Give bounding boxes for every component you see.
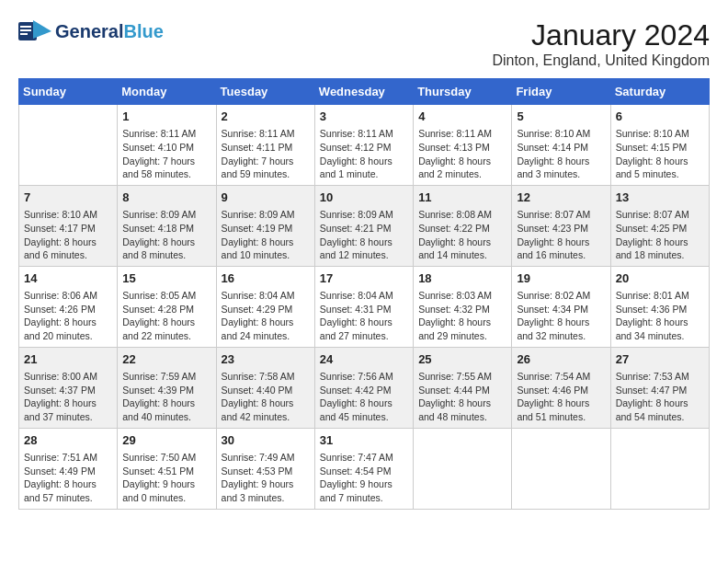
weekday-header-tuesday: Tuesday bbox=[216, 79, 314, 105]
day-number: 24 bbox=[320, 351, 408, 368]
day-info: Sunrise: 8:04 AMSunset: 4:29 PMDaylight:… bbox=[222, 289, 310, 343]
calendar-cell: 8Sunrise: 8:09 AMSunset: 4:18 PMDaylight… bbox=[118, 185, 216, 266]
day-number: 18 bbox=[418, 270, 506, 287]
day-info: Sunrise: 7:49 AMSunset: 4:53 PMDaylight:… bbox=[222, 451, 310, 505]
day-info: Sunrise: 7:55 AMSunset: 4:44 PMDaylight:… bbox=[418, 370, 506, 424]
calendar-week-row: 7Sunrise: 8:10 AMSunset: 4:17 PMDaylight… bbox=[19, 185, 710, 266]
calendar-cell: 13Sunrise: 8:07 AMSunset: 4:25 PMDayligh… bbox=[610, 185, 709, 266]
calendar-cell: 22Sunrise: 7:59 AMSunset: 4:39 PMDayligh… bbox=[118, 347, 216, 428]
calendar-cell: 21Sunrise: 8:00 AMSunset: 4:37 PMDayligh… bbox=[19, 347, 118, 428]
day-number: 20 bbox=[616, 270, 704, 287]
day-number: 2 bbox=[222, 109, 310, 125]
calendar-cell bbox=[610, 428, 709, 509]
calendar-cell: 7Sunrise: 8:10 AMSunset: 4:17 PMDaylight… bbox=[19, 185, 118, 266]
calendar-cell: 23Sunrise: 7:58 AMSunset: 4:40 PMDayligh… bbox=[216, 347, 314, 428]
day-info: Sunrise: 7:47 AMSunset: 4:54 PMDaylight:… bbox=[320, 451, 408, 505]
calendar-cell: 30Sunrise: 7:49 AMSunset: 4:53 PMDayligh… bbox=[216, 428, 314, 509]
day-number: 17 bbox=[320, 270, 408, 287]
day-number: 29 bbox=[122, 432, 210, 449]
weekday-header-saturday: Saturday bbox=[610, 79, 709, 105]
day-info: Sunrise: 8:08 AMSunset: 4:22 PMDaylight:… bbox=[418, 208, 506, 262]
day-info: Sunrise: 8:07 AMSunset: 4:25 PMDaylight:… bbox=[616, 208, 704, 262]
logo-text-main: General bbox=[55, 21, 123, 41]
day-info: Sunrise: 8:09 AMSunset: 4:19 PMDaylight:… bbox=[222, 208, 310, 262]
logo-icon bbox=[18, 18, 51, 44]
day-number: 11 bbox=[418, 190, 506, 206]
day-info: Sunrise: 8:04 AMSunset: 4:31 PMDaylight:… bbox=[320, 289, 408, 343]
calendar-cell: 4Sunrise: 8:11 AMSunset: 4:13 PMDaylight… bbox=[414, 105, 512, 186]
day-info: Sunrise: 7:59 AMSunset: 4:39 PMDaylight:… bbox=[122, 370, 210, 424]
day-info: Sunrise: 8:11 AMSunset: 4:13 PMDaylight:… bbox=[418, 127, 506, 181]
weekday-header-monday: Monday bbox=[118, 79, 216, 105]
calendar-week-row: 28Sunrise: 7:51 AMSunset: 4:49 PMDayligh… bbox=[19, 428, 710, 509]
day-info: Sunrise: 7:58 AMSunset: 4:40 PMDaylight:… bbox=[222, 370, 310, 424]
day-info: Sunrise: 8:11 AMSunset: 4:11 PMDaylight:… bbox=[222, 127, 310, 181]
calendar-cell: 25Sunrise: 7:55 AMSunset: 4:44 PMDayligh… bbox=[414, 347, 512, 428]
day-info: Sunrise: 7:53 AMSunset: 4:47 PMDaylight:… bbox=[616, 370, 704, 424]
day-number: 30 bbox=[222, 432, 310, 449]
svg-rect-4 bbox=[20, 33, 28, 35]
day-number: 13 bbox=[616, 190, 704, 206]
calendar-cell: 2Sunrise: 8:11 AMSunset: 4:11 PMDaylight… bbox=[216, 105, 314, 186]
calendar-cell: 29Sunrise: 7:50 AMSunset: 4:51 PMDayligh… bbox=[118, 428, 216, 509]
day-number: 21 bbox=[24, 351, 112, 368]
calendar-week-row: 14Sunrise: 8:06 AMSunset: 4:26 PMDayligh… bbox=[19, 266, 710, 347]
day-number: 28 bbox=[24, 432, 112, 449]
calendar-cell: 6Sunrise: 8:10 AMSunset: 4:15 PMDaylight… bbox=[610, 105, 709, 186]
day-info: Sunrise: 8:09 AMSunset: 4:18 PMDaylight:… bbox=[122, 208, 210, 262]
day-info: Sunrise: 7:51 AMSunset: 4:49 PMDaylight:… bbox=[24, 451, 112, 505]
day-number: 25 bbox=[418, 351, 506, 368]
calendar-cell: 3Sunrise: 8:11 AMSunset: 4:12 PMDaylight… bbox=[314, 105, 413, 186]
day-info: Sunrise: 8:02 AMSunset: 4:34 PMDaylight:… bbox=[517, 289, 605, 343]
weekday-header-sunday: Sunday bbox=[19, 79, 118, 105]
calendar-cell: 17Sunrise: 8:04 AMSunset: 4:31 PMDayligh… bbox=[314, 266, 413, 347]
logo: GeneralBlue bbox=[18, 18, 164, 44]
day-number: 22 bbox=[122, 351, 210, 368]
page-header: GeneralBlue January 2024 Dinton, England… bbox=[18, 18, 710, 69]
day-info: Sunrise: 8:03 AMSunset: 4:32 PMDaylight:… bbox=[418, 289, 506, 343]
calendar-cell: 18Sunrise: 8:03 AMSunset: 4:32 PMDayligh… bbox=[414, 266, 512, 347]
svg-marker-1 bbox=[33, 20, 51, 39]
calendar-cell: 15Sunrise: 8:05 AMSunset: 4:28 PMDayligh… bbox=[118, 266, 216, 347]
calendar-week-row: 21Sunrise: 8:00 AMSunset: 4:37 PMDayligh… bbox=[19, 347, 710, 428]
logo-text-sub: Blue bbox=[123, 21, 163, 41]
calendar-week-row: 1Sunrise: 8:11 AMSunset: 4:10 PMDaylight… bbox=[19, 105, 710, 186]
day-info: Sunrise: 8:11 AMSunset: 4:10 PMDaylight:… bbox=[122, 127, 210, 181]
calendar-cell: 9Sunrise: 8:09 AMSunset: 4:19 PMDaylight… bbox=[216, 185, 314, 266]
weekday-header-wednesday: Wednesday bbox=[314, 79, 413, 105]
weekday-header-friday: Friday bbox=[512, 79, 610, 105]
day-number: 14 bbox=[24, 270, 112, 287]
day-info: Sunrise: 8:10 AMSunset: 4:15 PMDaylight:… bbox=[616, 127, 704, 181]
title-block: January 2024 Dinton, England, United Kin… bbox=[492, 18, 710, 69]
calendar-cell: 16Sunrise: 8:04 AMSunset: 4:29 PMDayligh… bbox=[216, 266, 314, 347]
day-number: 3 bbox=[320, 109, 408, 125]
day-info: Sunrise: 8:06 AMSunset: 4:26 PMDaylight:… bbox=[24, 289, 112, 343]
day-number: 4 bbox=[418, 109, 506, 125]
calendar-cell: 10Sunrise: 8:09 AMSunset: 4:21 PMDayligh… bbox=[314, 185, 413, 266]
day-number: 15 bbox=[122, 270, 210, 287]
day-info: Sunrise: 8:05 AMSunset: 4:28 PMDaylight:… bbox=[122, 289, 210, 343]
calendar-cell: 11Sunrise: 8:08 AMSunset: 4:22 PMDayligh… bbox=[414, 185, 512, 266]
day-info: Sunrise: 8:10 AMSunset: 4:17 PMDaylight:… bbox=[24, 208, 112, 262]
day-info: Sunrise: 7:56 AMSunset: 4:42 PMDaylight:… bbox=[320, 370, 408, 424]
calendar-cell: 14Sunrise: 8:06 AMSunset: 4:26 PMDayligh… bbox=[19, 266, 118, 347]
calendar-cell bbox=[512, 428, 610, 509]
calendar-cell: 24Sunrise: 7:56 AMSunset: 4:42 PMDayligh… bbox=[314, 347, 413, 428]
calendar-cell bbox=[19, 105, 118, 186]
day-number: 8 bbox=[122, 190, 210, 206]
svg-rect-2 bbox=[20, 26, 31, 28]
day-info: Sunrise: 8:01 AMSunset: 4:36 PMDaylight:… bbox=[616, 289, 704, 343]
calendar-cell: 1Sunrise: 8:11 AMSunset: 4:10 PMDaylight… bbox=[118, 105, 216, 186]
day-info: Sunrise: 7:54 AMSunset: 4:46 PMDaylight:… bbox=[517, 370, 605, 424]
calendar-cell bbox=[414, 428, 512, 509]
weekday-header-row: SundayMondayTuesdayWednesdayThursdayFrid… bbox=[19, 79, 710, 105]
day-number: 19 bbox=[517, 270, 605, 287]
day-info: Sunrise: 8:00 AMSunset: 4:37 PMDaylight:… bbox=[24, 370, 112, 424]
day-number: 16 bbox=[222, 270, 310, 287]
day-info: Sunrise: 8:09 AMSunset: 4:21 PMDaylight:… bbox=[320, 208, 408, 262]
calendar-cell: 20Sunrise: 8:01 AMSunset: 4:36 PMDayligh… bbox=[610, 266, 709, 347]
calendar-cell: 19Sunrise: 8:02 AMSunset: 4:34 PMDayligh… bbox=[512, 266, 610, 347]
day-number: 10 bbox=[320, 190, 408, 206]
day-number: 9 bbox=[222, 190, 310, 206]
calendar-table: SundayMondayTuesdayWednesdayThursdayFrid… bbox=[18, 78, 710, 510]
